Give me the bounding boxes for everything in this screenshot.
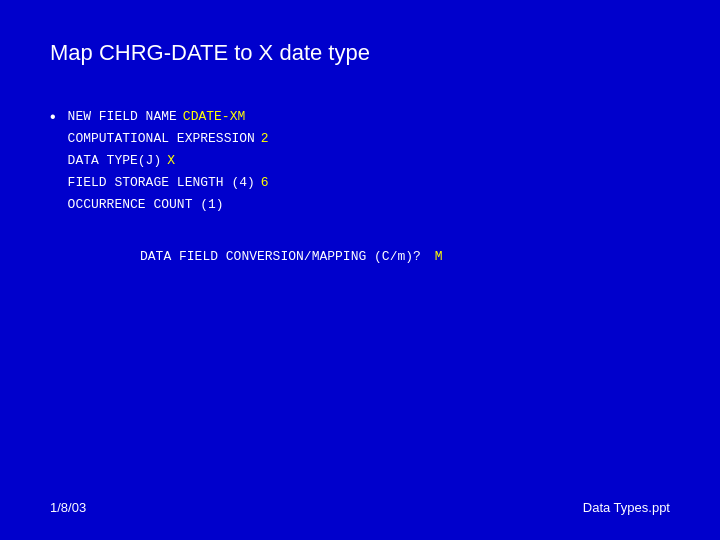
bullet-section: • NEW FIELD NAME CDATE-XM COMPUTATIONAL … (50, 106, 670, 216)
conversion-value: M (435, 249, 443, 264)
data-type-row: DATA TYPE(J) X (68, 150, 269, 172)
bullet-marker: • (50, 108, 56, 126)
slide-title: Map CHRG-DATE to X date type (50, 40, 670, 66)
code-block: NEW FIELD NAME CDATE-XM COMPUTATIONAL EX… (68, 106, 269, 216)
footer: 1/8/03 Data Types.ppt (50, 500, 670, 515)
computational-row: COMPUTATIONAL EXPRESSION 2 (68, 128, 269, 150)
field-name-label: NEW FIELD NAME (68, 106, 177, 128)
field-name-row: NEW FIELD NAME CDATE-XM (68, 106, 269, 128)
occurrence-row: OCCURRENCE COUNT (1) (68, 194, 269, 216)
footer-date: 1/8/03 (50, 500, 86, 515)
storage-length-value: 6 (261, 172, 269, 194)
slide: Map CHRG-DATE to X date type • NEW FIELD… (0, 0, 720, 540)
conversion-label: DATA FIELD CONVERSION/MAPPING (C/m)? (140, 249, 421, 264)
storage-length-label: FIELD STORAGE LENGTH (4) (68, 172, 255, 194)
computational-label: COMPUTATIONAL EXPRESSION (68, 128, 255, 150)
occurrence-label: OCCURRENCE COUNT (1) (68, 194, 224, 216)
footer-presentation: Data Types.ppt (583, 500, 670, 515)
storage-length-row: FIELD STORAGE LENGTH (4) 6 (68, 172, 269, 194)
conversion-section: DATA FIELD CONVERSION/MAPPING (C/m)? M (140, 246, 670, 268)
computational-value: 2 (261, 128, 269, 150)
data-type-label: DATA TYPE(J) (68, 150, 162, 172)
field-name-value: CDATE-XM (183, 106, 245, 128)
content-area: • NEW FIELD NAME CDATE-XM COMPUTATIONAL … (50, 106, 670, 269)
data-type-value: X (167, 150, 175, 172)
